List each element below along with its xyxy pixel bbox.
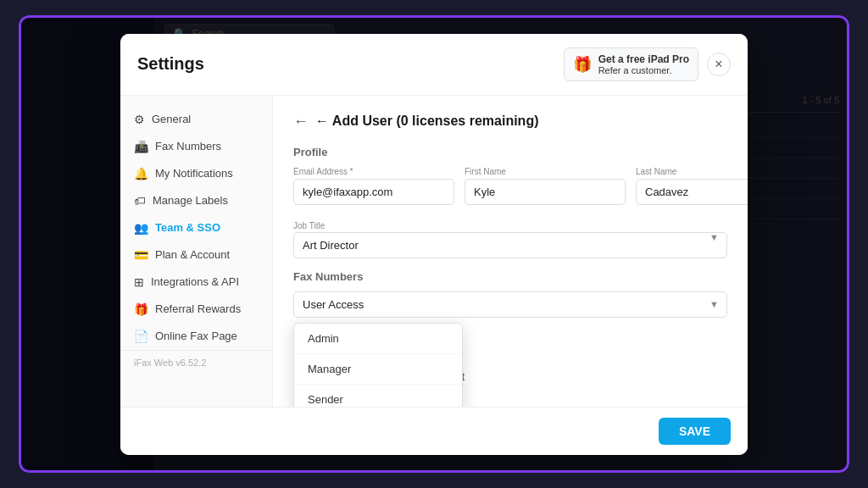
last-name-label: Last Name <box>636 167 748 176</box>
nav-item-team-sso[interactable]: 👥 Team & SSO <box>120 214 272 241</box>
fax-icon: 📠 <box>134 140 148 153</box>
job-title-label: Job Title <box>293 221 325 230</box>
modal-title: Settings <box>137 54 204 74</box>
nav-label-online-fax: Online Fax Page <box>155 330 237 342</box>
settings-content: ← ← Add User (0 licenses remaining) Prof… <box>273 96 748 407</box>
nav-item-notifications[interactable]: 🔔 My Notifications <box>120 160 272 187</box>
profile-row-2: Job Title Art Director ▼ <box>293 217 727 258</box>
nav-item-online-fax[interactable]: 📄 Online Fax Page <box>120 323 272 350</box>
version-text: iFax Web v6.52.2 <box>120 350 272 374</box>
label-icon: 🏷 <box>134 194 146 208</box>
nav-label-referral: Referral Rewards <box>155 302 241 315</box>
modal-header: Settings 🎁 Get a free iPad Pro Refer a c… <box>120 34 748 96</box>
settings-modal: Settings 🎁 Get a free iPad Pro Refer a c… <box>120 34 748 455</box>
user-access-select[interactable]: User Access <box>293 291 727 318</box>
dropdown-item-admin[interactable]: Admin <box>294 324 462 354</box>
back-arrow-icon[interactable]: ← <box>293 113 309 130</box>
ipad-promo-banner[interactable]: 🎁 Get a free iPad Pro Refer a customer. <box>564 47 698 81</box>
access-dropdown-menu: Admin Manager Sender Receiver Sender+Rec… <box>293 323 463 407</box>
modal-close-button[interactable]: × <box>707 53 731 76</box>
first-name-input[interactable] <box>465 179 626 205</box>
fax-row: User Access ▼ <box>293 291 727 318</box>
first-name-group: First Name <box>465 167 626 205</box>
nav-label-general: General <box>152 113 191 125</box>
gear-icon: ⚙ <box>134 113 145 126</box>
page-icon: 📄 <box>134 330 148 343</box>
fax-numbers-section-label: Fax Numbers <box>293 270 727 283</box>
first-name-label: First Name <box>465 167 626 176</box>
ipad-promo-title: Get a free iPad Pro <box>598 53 689 65</box>
nav-item-plan[interactable]: 💳 Plan & Account <box>120 241 272 269</box>
plan-icon: 💳 <box>134 248 148 262</box>
modal-footer: SAVE <box>120 407 748 455</box>
grid-icon: ⊞ <box>134 275 144 289</box>
last-name-input[interactable] <box>636 179 748 205</box>
dropdown-item-manager[interactable]: Manager <box>294 354 462 385</box>
save-button[interactable]: SAVE <box>659 418 731 445</box>
modal-body: ⚙ General 📠 Fax Numbers 🔔 My Notificatio… <box>120 96 748 407</box>
nav-label-team: Team & SSO <box>155 221 220 234</box>
nav-label-integrations: Integrations & API <box>151 275 239 288</box>
nav-item-referral[interactable]: 🎁 Referral Rewards <box>120 296 272 323</box>
ipad-promo-subtitle: Refer a customer. <box>598 65 672 75</box>
team-icon: 👥 <box>134 221 148 235</box>
email-label: Email Address * <box>293 167 454 176</box>
ipad-promo-icon: 🎁 <box>573 55 592 74</box>
nav-item-labels[interactable]: 🏷 Manage Labels <box>120 187 272 214</box>
user-access-wrapper: User Access ▼ <box>293 291 727 318</box>
gift-icon: 🎁 <box>134 302 148 316</box>
dropdown-item-sender[interactable]: Sender <box>294 385 462 407</box>
back-header: ← ← Add User (0 licenses remaining) <box>293 113 727 130</box>
nav-label-labels: Manage Labels <box>153 194 228 207</box>
profile-section-label: Profile <box>293 146 727 158</box>
nav-item-fax-numbers[interactable]: 📠 Fax Numbers <box>120 133 272 160</box>
email-input[interactable] <box>293 179 454 205</box>
modal-header-right: 🎁 Get a free iPad Pro Refer a customer. … <box>564 47 731 81</box>
nav-label-plan: Plan & Account <box>155 248 230 261</box>
nav-item-general[interactable]: ⚙ General <box>120 106 272 133</box>
nav-label-notifications: My Notifications <box>155 167 233 180</box>
modal-overlay: Settings 🎁 Get a free iPad Pro Refer a c… <box>19 15 849 473</box>
screen-frame: 🔍 Search 1 - 5 of 5 Any time Time 05/17/… <box>19 15 849 473</box>
bell-icon: 🔔 <box>134 167 148 180</box>
job-title-select[interactable]: Art Director <box>293 232 727 258</box>
settings-nav: ⚙ General 📠 Fax Numbers 🔔 My Notificatio… <box>120 96 273 407</box>
last-name-group: Last Name <box>636 167 748 205</box>
nav-label-fax: Fax Numbers <box>155 140 221 152</box>
nav-item-integrations[interactable]: ⊞ Integrations & API <box>120 269 272 296</box>
ipad-promo-text: Get a free iPad Pro Refer a customer. <box>598 53 689 75</box>
job-title-wrapper: Job Title Art Director ▼ <box>293 217 727 258</box>
email-group: Email Address * <box>293 167 454 205</box>
profile-row-1: Email Address * First Name Last Name <box>293 167 727 205</box>
add-user-title: ← Add User (0 licenses remaining) <box>315 114 538 129</box>
